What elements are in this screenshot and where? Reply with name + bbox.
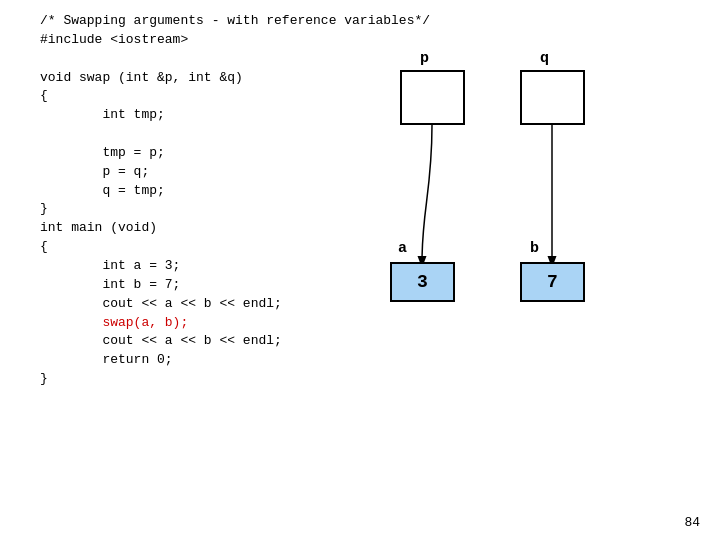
b-value-box: 7 — [520, 262, 585, 302]
a-value-box: 3 — [390, 262, 455, 302]
p-box — [400, 70, 465, 125]
code-line-7 — [40, 125, 430, 144]
code-line-20: } — [40, 370, 430, 389]
code-line-18: cout << a << b << endl; — [40, 332, 430, 351]
b-label: b — [530, 240, 539, 257]
code-line-15: int b = 7; — [40, 276, 430, 295]
code-line-14: int a = 3; — [40, 257, 430, 276]
code-line-5: { — [40, 87, 430, 106]
code-line-11: } — [40, 200, 430, 219]
code-line-8: tmp = p; — [40, 144, 430, 163]
code-line-1: /* Swapping arguments - with reference v… — [40, 12, 430, 31]
code-line-10: q = tmp; — [40, 182, 430, 201]
code-line-6: int tmp; — [40, 106, 430, 125]
q-label: q — [540, 50, 549, 67]
b-value: 7 — [547, 272, 558, 292]
code-line-16: cout << a << b << endl; — [40, 295, 430, 314]
code-line-2: #include <iostream> — [40, 31, 430, 50]
a-label: a — [398, 240, 407, 257]
q-box — [520, 70, 585, 125]
p-label: p — [420, 50, 429, 67]
code-area: /* Swapping arguments - with reference v… — [40, 12, 430, 389]
code-line-13: { — [40, 238, 430, 257]
code-line-12: int main (void) — [40, 219, 430, 238]
code-line-17: swap(a, b); — [40, 314, 430, 333]
diagram: p q a b 3 7 — [390, 50, 690, 370]
code-line-19: return 0; — [40, 351, 430, 370]
code-line-3 — [40, 50, 430, 69]
a-value: 3 — [417, 272, 428, 292]
page-number: 84 — [684, 515, 700, 530]
code-line-9: p = q; — [40, 163, 430, 182]
code-line-4: void swap (int &p, int &q) — [40, 69, 430, 88]
